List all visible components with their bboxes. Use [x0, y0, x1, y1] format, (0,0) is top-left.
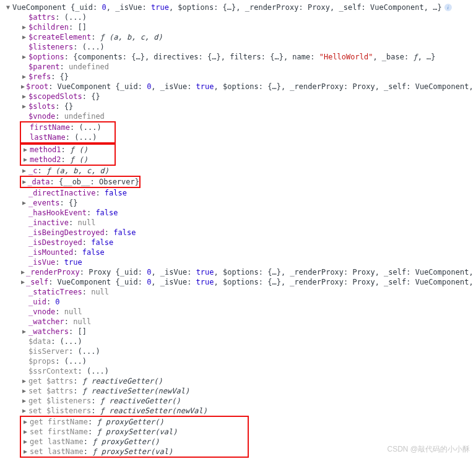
- property-row: _isDestroyed: false: [5, 238, 471, 247]
- property-row[interactable]: $options: {components: {…}, directives: …: [5, 52, 471, 62]
- expand-arrow-icon[interactable]: [21, 72, 27, 82]
- expand-arrow-icon[interactable]: [22, 417, 28, 427]
- property-row: _inactive: null: [5, 218, 471, 228]
- expand-arrow-icon[interactable]: [21, 277, 25, 287]
- expand-arrow-icon[interactable]: [21, 376, 27, 386]
- highlight-box-data: _data: {__ob__: Observer}: [20, 176, 141, 188]
- highlight-box-methods: method1: ƒ ()method2: ƒ (): [20, 144, 116, 166]
- property-row[interactable]: set $listeners: ƒ reactiveSetter(newVal): [5, 406, 471, 416]
- console-object-tree: VueComponent {_uid: 0, _isVue: true, $op…: [5, 2, 471, 459]
- property-row[interactable]: method2: ƒ (): [21, 155, 115, 165]
- expand-arrow-icon[interactable]: [22, 177, 26, 187]
- expand-arrow-icon[interactable]: [22, 427, 28, 437]
- property-row[interactable]: _watchers: []: [5, 327, 471, 337]
- property-row[interactable]: _c: ƒ (a, b, c, d): [5, 166, 471, 176]
- expand-arrow-icon[interactable]: [21, 32, 27, 42]
- property-row: _vnode: null: [5, 307, 471, 317]
- expand-arrow-icon[interactable]: [21, 386, 27, 396]
- expand-arrow-icon[interactable]: [21, 22, 27, 32]
- property-row: $vnode: undefined: [5, 111, 471, 121]
- property-row[interactable]: get firstName: ƒ proxyGetter(): [21, 417, 248, 427]
- property-row[interactable]: $scopedSlots: {}: [5, 92, 471, 101]
- property-row[interactable]: $children: []: [5, 22, 471, 32]
- property-row[interactable]: _events: {}: [5, 198, 471, 208]
- property-row[interactable]: $createElement: ƒ (a, b, c, d): [5, 32, 471, 42]
- property-row[interactable]: set $attrs: ƒ reactiveSetter(newVal): [5, 386, 471, 396]
- property-row: _watcher: null: [5, 317, 471, 327]
- expand-arrow-icon[interactable]: [21, 267, 25, 277]
- property-row: $attrs: (...): [5, 12, 471, 22]
- property-row[interactable]: $root: VueComponent {_uid: 0, _isVue: tr…: [5, 82, 471, 92]
- property-row: $ssrContext: (...): [5, 366, 471, 376]
- property-row[interactable]: get $attrs: ƒ reactiveGetter(): [5, 376, 471, 386]
- property-row: _isBeingDestroyed: false: [5, 228, 471, 238]
- property-row: _uid: 0: [5, 297, 471, 307]
- expand-arrow-icon[interactable]: [21, 82, 25, 92]
- property-row: _isVue: true: [5, 257, 471, 267]
- expand-arrow-icon[interactable]: [21, 406, 27, 416]
- expand-arrow-icon[interactable]: [21, 92, 27, 101]
- info-icon[interactable]: i: [444, 4, 452, 11]
- expand-arrow-icon[interactable]: [22, 145, 28, 155]
- property-row: $listeners: (...): [5, 42, 471, 52]
- property-row[interactable]: method1: ƒ (): [21, 145, 115, 155]
- property-row[interactable]: $slots: {}: [5, 101, 471, 111]
- property-row: _directInactive: false: [5, 188, 471, 198]
- property-row[interactable]: $refs: {}: [5, 72, 471, 82]
- property-row[interactable]: _self: VueComponent {_uid: 0, _isVue: tr…: [5, 277, 471, 287]
- property-row: $isServer: (...): [5, 346, 471, 356]
- property-row: _staticTrees: null: [5, 287, 471, 297]
- expand-arrow-icon[interactable]: [21, 198, 27, 208]
- property-row[interactable]: get $listeners: ƒ reactiveGetter(): [5, 396, 471, 406]
- collapse-arrow-icon[interactable]: [5, 2, 11, 12]
- expand-arrow-icon[interactable]: [21, 52, 27, 62]
- object-header[interactable]: VueComponent {_uid: 0, _isVue: true, $op…: [5, 2, 471, 12]
- property-row: _isMounted: false: [5, 247, 471, 257]
- property-row[interactable]: get lastName: ƒ proxyGetter(): [21, 437, 248, 447]
- expand-arrow-icon[interactable]: [21, 166, 27, 176]
- property-row: lastName: (...): [21, 132, 115, 142]
- highlight-box-firstname-lastname: firstName: (...)lastName: (...): [20, 121, 116, 144]
- property-row: $parent: undefined: [5, 62, 471, 72]
- property-row[interactable]: _data: {__ob__: Observer}: [21, 177, 139, 187]
- property-row[interactable]: set firstName: ƒ proxySetter(val): [21, 427, 248, 437]
- expand-arrow-icon[interactable]: [22, 447, 28, 457]
- property-row[interactable]: set lastName: ƒ proxySetter(val): [21, 447, 248, 457]
- property-row: firstName: (...): [21, 122, 115, 132]
- highlight-box-getset: get firstName: ƒ proxyGetter()set firstN…: [20, 416, 249, 458]
- expand-arrow-icon[interactable]: [21, 327, 27, 337]
- expand-arrow-icon[interactable]: [21, 396, 27, 406]
- property-row: $props: (...): [5, 356, 471, 366]
- property-row[interactable]: _renderProxy: Proxy {_uid: 0, _isVue: tr…: [5, 267, 471, 277]
- expand-arrow-icon[interactable]: [21, 101, 27, 111]
- property-row: _hasHookEvent: false: [5, 208, 471, 218]
- expand-arrow-icon[interactable]: [22, 155, 28, 165]
- property-row: $data: (...): [5, 337, 471, 346]
- expand-arrow-icon[interactable]: [22, 437, 28, 447]
